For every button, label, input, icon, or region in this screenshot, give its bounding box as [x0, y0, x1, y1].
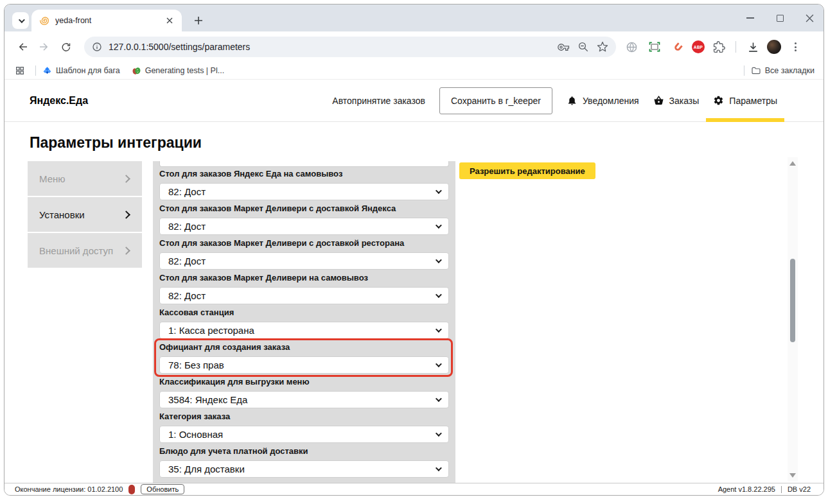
- field-select[interactable]: 82: Дост: [159, 183, 449, 200]
- form-field: Блюдо для учета платной доставки 35: Для…: [159, 443, 449, 478]
- window-maximize-button[interactable]: [775, 13, 785, 23]
- refresh-button[interactable]: Обновить: [141, 484, 184, 494]
- license-expiry-label: Окончание лицензии: 01.02.2100: [15, 485, 123, 493]
- magnet-extension-icon[interactable]: [669, 38, 687, 56]
- form-field: Классификация для выгрузки меню 3584: Ян…: [159, 374, 449, 408]
- window-controls: [745, 4, 815, 31]
- downloads-icon[interactable]: [744, 38, 762, 56]
- chevron-down-icon: [436, 465, 442, 471]
- field-select[interactable]: 82: Дост: [159, 218, 449, 235]
- license-status-indicator: [128, 485, 135, 494]
- field-select[interactable]: 1: Касса ресторана: [159, 322, 449, 339]
- screenshot-extension-icon[interactable]: [646, 38, 664, 56]
- db-version-label: DB v22: [788, 485, 811, 493]
- globe-extension-icon[interactable]: [622, 38, 640, 56]
- window-minimize-button[interactable]: [745, 13, 755, 23]
- app-brand: Яндекс.Еда: [30, 95, 88, 107]
- field-select[interactable]: 82: Дост: [159, 287, 449, 304]
- field-select[interactable]: 35: Для доставки: [159, 460, 449, 478]
- page-scrollbar[interactable]: [788, 157, 798, 482]
- app-nav: Автопринятие заказов Сохранить в r_keepe…: [332, 80, 777, 122]
- reload-icon[interactable]: [57, 38, 75, 56]
- browser-toolbar: 127.0.0.1:5000/settings/parameters: [4, 31, 824, 62]
- tab-favicon-icon: [39, 15, 49, 26]
- browser-tab[interactable]: yeda-front: [31, 10, 182, 31]
- zoom-out-icon[interactable]: [577, 41, 589, 53]
- chevron-right-icon: [122, 211, 130, 219]
- parameters-form: Стол для заказов Яндекс Еда на самовывоз…: [153, 161, 455, 484]
- url-text[interactable]: 127.0.0.1:5000/settings/parameters: [109, 42, 558, 52]
- agent-version-label: Agent v1.8.22.295: [718, 485, 775, 493]
- chevron-down-icon: [436, 291, 442, 298]
- nav-autoaccept-orders[interactable]: Автопринятие заказов: [332, 96, 425, 106]
- nav-notifications[interactable]: Уведомления: [567, 80, 639, 122]
- chevron-down-icon: [436, 395, 442, 402]
- scrollbar-thumb[interactable]: [790, 259, 795, 342]
- save-to-rkeeper-button[interactable]: Сохранить в r_keeper: [439, 87, 552, 114]
- form-field: Стол для заказов Яндекс Еда на самовывоз…: [159, 167, 449, 200]
- nav-orders[interactable]: Заказы: [653, 80, 700, 122]
- form-field: Стол для заказов Маркет Деливери на само…: [159, 270, 449, 304]
- bookmark-generating-tests[interactable]: Generating tests | Pl...: [132, 66, 224, 76]
- allow-editing-button[interactable]: Разрешить редактирование: [459, 162, 595, 179]
- field-select[interactable]: 82: Дост: [159, 252, 449, 270]
- chevron-right-icon: [122, 247, 130, 255]
- browser-menu-icon[interactable]: [786, 38, 804, 56]
- form-field: Категория заказа 1: Основная: [159, 408, 449, 443]
- app-header: Яндекс.Еда Автопринятие заказов Сохранит…: [4, 80, 824, 122]
- select-partially-scrolled[interactable]: [159, 161, 449, 167]
- field-label: Блюдо для учета платной доставки: [159, 447, 449, 456]
- all-bookmarks-button[interactable]: Все закладки: [751, 65, 815, 76]
- chevron-down-icon: [18, 17, 24, 23]
- tab-title: yeda-front: [55, 16, 164, 25]
- chevron-down-icon: [436, 361, 442, 367]
- extensions-puzzle-icon[interactable]: [710, 38, 728, 56]
- new-tab-button[interactable]: [191, 13, 206, 28]
- bookmark-jira[interactable]: Шаблон для бага: [42, 66, 120, 76]
- field-label: Кассовая станция: [159, 308, 449, 317]
- profile-avatar[interactable]: [767, 40, 781, 54]
- bookmarks-bar: Шаблон для бага Generating tests | Pl...…: [4, 62, 824, 80]
- tab-search-button[interactable]: [12, 12, 29, 29]
- sidebar-item-external-access[interactable]: Внешний доступ: [28, 233, 142, 268]
- basket-icon: [653, 95, 664, 106]
- adblock-extension-icon[interactable]: ABP: [692, 40, 705, 53]
- folder-icon: [751, 65, 761, 76]
- chevron-down-icon: [436, 257, 442, 263]
- address-bar[interactable]: 127.0.0.1:5000/settings/parameters: [84, 37, 616, 57]
- chevron-down-icon: [436, 222, 442, 229]
- field-label: Стол для заказов Маркет Деливери с доста…: [159, 239, 449, 248]
- nav-parameters[interactable]: Параметры: [713, 80, 777, 122]
- field-label: Стол для заказов Маркет Деливери с доста…: [159, 204, 449, 213]
- site-info-icon[interactable]: [92, 42, 102, 52]
- sidebar-item-settings[interactable]: Установки: [28, 197, 142, 232]
- field-label: Стол для заказов Яндекс Еда на самовывоз: [159, 169, 449, 178]
- tab-close-icon[interactable]: [164, 15, 175, 26]
- scroll-up-icon[interactable]: [789, 161, 796, 166]
- chevron-down-icon: [436, 430, 442, 437]
- divider: [781, 486, 782, 493]
- sidebar-item-menu[interactable]: Меню: [28, 161, 142, 196]
- field-label: Категория заказа: [159, 412, 449, 421]
- scroll-down-icon[interactable]: [789, 473, 796, 478]
- forward-icon[interactable]: [35, 38, 53, 56]
- password-key-icon[interactable]: [558, 41, 570, 53]
- playwright-masks-icon: [132, 66, 141, 76]
- bookmark-star-icon[interactable]: [597, 41, 608, 53]
- field-select[interactable]: 78: Без прав: [159, 356, 449, 374]
- chevron-right-icon: [122, 175, 130, 183]
- field-label: Стол для заказов Маркет Деливери на само…: [159, 274, 449, 282]
- extensions-area: ABP: [622, 38, 804, 56]
- apps-grid-icon[interactable]: [11, 62, 29, 80]
- back-icon[interactable]: [14, 38, 32, 56]
- form-field: Стол для заказов Маркет Деливери с доста…: [159, 200, 449, 235]
- field-select[interactable]: 3584: Яндекс Еда: [159, 391, 449, 408]
- window-close-button[interactable]: [804, 13, 815, 23]
- chevron-down-icon: [436, 187, 442, 194]
- jira-icon: [42, 66, 52, 76]
- form-field: Стол для заказов Маркет Деливери с доста…: [159, 235, 449, 270]
- chevron-down-icon: [436, 326, 442, 333]
- status-bar: Окончание лицензии: 01.02.2100 Обновить …: [4, 483, 824, 495]
- field-select[interactable]: 1: Основная: [159, 426, 449, 443]
- field-label: Официант для создания заказа: [159, 343, 449, 352]
